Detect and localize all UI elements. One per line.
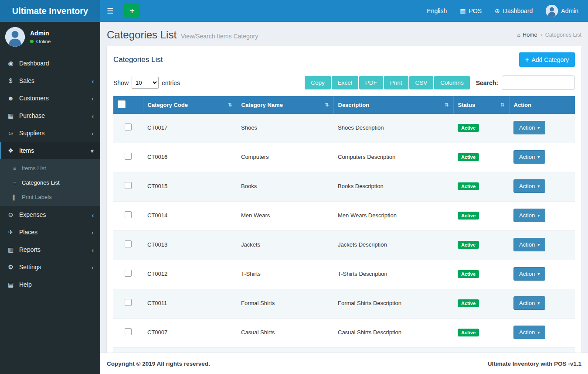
sidebar-toggle-button[interactable]: ☰ xyxy=(100,0,120,22)
export-print-button[interactable]: Print xyxy=(384,76,408,89)
row-action-button[interactable]: Action▾ xyxy=(513,150,545,164)
cell-description: Jackets Description xyxy=(333,231,453,260)
search-label: Search: xyxy=(476,79,498,86)
user-menu[interactable]: Admin xyxy=(546,5,578,17)
sidebar-item-expenses[interactable]: ⊖ Expenses ‹ xyxy=(0,206,100,223)
sidebar-item-customers[interactable]: ☻ Customers ‹ xyxy=(0,89,100,107)
export-pdf-button[interactable]: PDF xyxy=(359,76,383,89)
sidebar-item-label: Dashboard xyxy=(19,60,49,67)
language-label: English xyxy=(427,7,447,14)
sidebar-subitem-categories-list[interactable]: ≡ Categories List xyxy=(0,175,100,190)
add-category-button[interactable]: +Add Category xyxy=(519,52,575,67)
sidebar-item-purchase[interactable]: ▦ Purchase ‹ xyxy=(0,107,100,124)
chevron-left-icon: ‹ xyxy=(92,95,94,102)
hamburger-icon: ☰ xyxy=(107,7,113,15)
table-row: CT0017 Shoes Shoes Description Active Ac… xyxy=(113,114,575,143)
app-logo[interactable]: Ultimate Inventory xyxy=(0,0,100,22)
page-length-select[interactable]: 10 xyxy=(132,77,159,89)
cell-category-name: Jeans xyxy=(237,348,333,353)
sidebar-item-places[interactable]: ✈ Places ‹ xyxy=(0,223,100,241)
status-badge: Active xyxy=(458,241,479,249)
show-label: Show xyxy=(113,79,129,86)
row-action-button[interactable]: Action▾ xyxy=(513,238,545,251)
row-action-button[interactable]: Action▾ xyxy=(513,179,545,193)
cell-category-code: CT0017 xyxy=(143,114,237,143)
export-copy-button[interactable]: Copy xyxy=(305,76,331,89)
sidebar-item-suppliers[interactable]: ☺ Suppliers ‹ xyxy=(0,124,100,142)
navbar-right: English ▦POS ⊕Dashboard Admin xyxy=(427,5,588,17)
search-control: Search: xyxy=(476,75,575,90)
row-checkbox[interactable] xyxy=(125,153,132,160)
row-checkbox[interactable] xyxy=(125,299,132,306)
pos-label: POS xyxy=(469,7,482,14)
footer-copyright: Copyright © 2019 All rights reserved. xyxy=(107,360,210,367)
table-row: CT0012 T-Shirts T-Shirts Description Act… xyxy=(113,260,575,289)
chevron-left-icon: ‹ xyxy=(92,247,94,253)
caret-down-icon: ▾ xyxy=(537,243,540,247)
chevron-down-icon: ▾ xyxy=(90,148,94,154)
content-area: Categories ListView/Search Items Categor… xyxy=(100,22,588,353)
content-header: Categories ListView/Search Items Categor… xyxy=(107,25,581,46)
cell-category-code: CT0011 xyxy=(143,289,237,319)
sidebar-item-settings[interactable]: ⚙ Settings ‹ xyxy=(0,258,100,276)
sidebar-item-reports[interactable]: ▥ Reports ‹ xyxy=(0,241,100,258)
row-checkbox[interactable] xyxy=(125,328,132,335)
pos-link[interactable]: ▦POS xyxy=(460,7,482,14)
sidebar-subitem-items-list[interactable]: ≡ Items List xyxy=(0,161,100,175)
row-action-button[interactable]: Action▾ xyxy=(513,267,545,281)
row-checkbox[interactable] xyxy=(125,124,132,130)
row-checkbox[interactable] xyxy=(125,211,132,218)
plus-icon: + xyxy=(525,56,529,63)
column-header-status[interactable]: Status⇅ xyxy=(453,96,509,114)
cell-category-name: Shoes xyxy=(237,114,333,143)
cell-category-name: Men Wears xyxy=(237,202,333,231)
column-header-category-name[interactable]: Category Name⇅ xyxy=(237,96,333,114)
table-body: CT0017 Shoes Shoes Description Active Ac… xyxy=(113,114,575,353)
status-badge: Active xyxy=(458,299,479,307)
language-menu[interactable]: English xyxy=(427,7,447,14)
dashboard-link[interactable]: ⊕Dashboard xyxy=(495,7,533,14)
quick-add-button[interactable]: + xyxy=(124,3,140,18)
table-controls: Show 10 entries CopyExcelPDFPrintCSVColu… xyxy=(113,75,575,90)
column-header-action[interactable]: Action xyxy=(509,96,575,114)
sidebar-item-items[interactable]: ❖ Items ▾ xyxy=(0,142,100,159)
sidebar-subitem-label: Print Labels xyxy=(22,194,52,200)
export-buttons: CopyExcelPDFPrintCSVColumns xyxy=(304,76,469,89)
export-columns-button[interactable]: Columns xyxy=(434,76,469,89)
purchase-icon: ▦ xyxy=(7,112,15,119)
caret-down-icon: ▾ xyxy=(537,126,540,130)
select-all-header[interactable] xyxy=(113,96,143,114)
column-header-description[interactable]: Description⇅ xyxy=(333,96,453,114)
table-row: CT0011 Formal Shirts Formal Shirts Descr… xyxy=(113,289,575,319)
sidebar-item-help[interactable]: ▤ Help xyxy=(0,276,100,293)
column-header-category-code[interactable]: Category Code⇅ xyxy=(143,96,237,114)
row-action-button[interactable]: Action▾ xyxy=(513,209,545,222)
row-checkbox[interactable] xyxy=(125,270,132,277)
table-row: CT0016 Computers Computers Description A… xyxy=(113,143,575,172)
table-row: CT0007 Casual Shirts Casual Shirts Descr… xyxy=(113,319,575,348)
row-action-button[interactable]: Action▾ xyxy=(513,121,545,134)
row-checkbox[interactable] xyxy=(125,182,132,189)
breadcrumb-home[interactable]: ⌂Home xyxy=(517,32,537,38)
globe-icon: ⊕ xyxy=(495,7,500,14)
sidebar-item-label: Customers xyxy=(19,95,49,102)
add-category-label: Add Category xyxy=(531,56,569,63)
sidebar-subitem-print-labels[interactable]: ▌ Print Labels xyxy=(0,190,100,204)
sidebar-item-dashboard[interactable]: ◉ Dashboard xyxy=(0,55,100,72)
row-action-button[interactable]: Action▾ xyxy=(513,296,545,310)
search-input[interactable] xyxy=(502,75,575,90)
caret-down-icon: ▾ xyxy=(537,301,540,305)
export-csv-button[interactable]: CSV xyxy=(409,76,434,89)
sort-icon: ⇅ xyxy=(500,102,504,108)
cell-category-code: CT0014 xyxy=(143,202,237,231)
select-all-checkbox[interactable] xyxy=(118,100,126,108)
sales-icon: $ xyxy=(7,77,15,84)
caret-down-icon: ▾ xyxy=(537,155,540,159)
row-action-button[interactable]: Action▾ xyxy=(513,326,545,339)
reports-icon: ▥ xyxy=(7,246,15,253)
export-excel-button[interactable]: Excel xyxy=(332,76,358,89)
row-checkbox[interactable] xyxy=(125,240,132,247)
dashboard-label: Dashboard xyxy=(503,7,533,14)
sidebar-item-sales[interactable]: $ Sales ‹ xyxy=(0,72,100,89)
cell-description: Shoes Description xyxy=(333,114,453,143)
